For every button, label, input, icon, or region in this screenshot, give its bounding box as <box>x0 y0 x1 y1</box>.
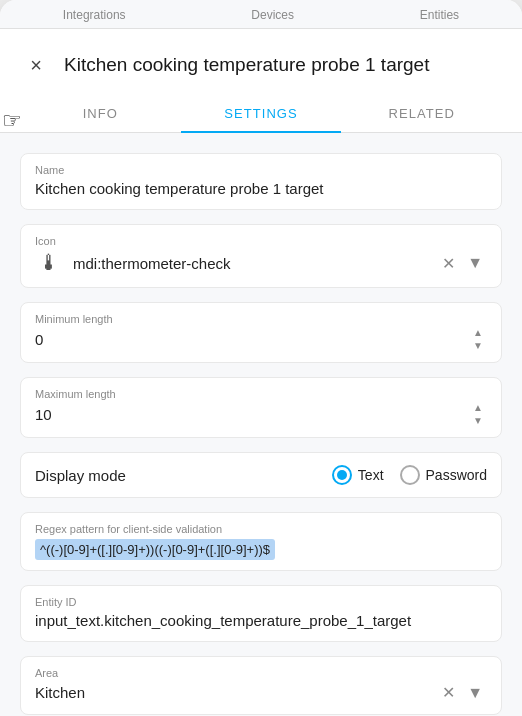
min-length-decrement[interactable]: ▼ <box>469 340 487 352</box>
entity-id-value: input_text.kitchen_cooking_temperature_p… <box>35 610 487 631</box>
min-length-row: 0 ▲ ▼ <box>35 327 487 352</box>
max-length-decrement[interactable]: ▼ <box>469 415 487 427</box>
area-row: Kitchen ✕ ▼ <box>35 681 487 704</box>
area-label: Area <box>35 667 487 679</box>
max-length-stepper: ▲ ▼ <box>469 402 487 427</box>
tab-settings[interactable]: SETTINGS <box>181 94 342 133</box>
tab-related[interactable]: RELATED <box>341 94 502 133</box>
icon-field[interactable]: Icon 🌡 mdi:thermometer-check ✕ ▼ <box>20 224 502 288</box>
min-length-label: Minimum length <box>35 313 487 325</box>
name-field[interactable]: Name Kitchen cooking temperature probe 1… <box>20 153 502 210</box>
radio-password-option[interactable]: Password <box>400 465 487 485</box>
min-length-increment[interactable]: ▲ <box>469 327 487 339</box>
max-length-label: Maximum length <box>35 388 487 400</box>
regex-label: Regex pattern for client-side validation <box>35 523 487 535</box>
min-length-stepper: ▲ ▼ <box>469 327 487 352</box>
icon-label: Icon <box>35 235 487 247</box>
max-length-field[interactable]: Maximum length 10 ▲ ▼ <box>20 377 502 438</box>
nav-integrations[interactable]: Integrations <box>53 6 136 24</box>
radio-text-circle[interactable] <box>332 465 352 485</box>
radio-password-circle[interactable] <box>400 465 420 485</box>
regex-value: ^((-)[0-9]+([.][0-9]+))((-)[0-9]+([.][0-… <box>35 539 275 560</box>
tab-info[interactable]: INFO <box>20 94 181 133</box>
max-length-row: 10 ▲ ▼ <box>35 402 487 427</box>
regex-field[interactable]: Regex pattern for client-side validation… <box>20 512 502 571</box>
area-actions: ✕ ▼ <box>438 681 487 704</box>
tabs: INFO SETTINGS RELATED <box>0 93 522 133</box>
clear-icon-button[interactable]: ✕ <box>438 252 459 275</box>
close-button[interactable]: × <box>20 49 52 81</box>
max-length-value: 10 <box>35 406 469 423</box>
radio-password-label: Password <box>426 467 487 483</box>
dropdown-area-button[interactable]: ▼ <box>463 682 487 704</box>
entity-id-field: Entity ID input_text.kitchen_cooking_tem… <box>20 585 502 642</box>
area-value: Kitchen <box>35 684 438 701</box>
display-mode-label: Display mode <box>35 467 316 484</box>
dropdown-icon-button[interactable]: ▼ <box>463 252 487 274</box>
min-length-field[interactable]: Minimum length 0 ▲ ▼ <box>20 302 502 363</box>
max-length-increment[interactable]: ▲ <box>469 402 487 414</box>
area-field[interactable]: Area Kitchen ✕ ▼ <box>20 656 502 715</box>
nav-entities[interactable]: Entities <box>410 6 469 24</box>
name-label: Name <box>35 164 487 176</box>
icon-actions: ✕ ▼ <box>438 252 487 275</box>
clear-area-button[interactable]: ✕ <box>438 681 459 704</box>
radio-text-label: Text <box>358 467 384 483</box>
dialog-header: × Kitchen cooking temperature probe 1 ta… <box>0 29 522 81</box>
icon-value: mdi:thermometer-check <box>73 253 428 274</box>
display-mode-row: Display mode Text Password <box>35 465 487 485</box>
thermometer-icon: 🌡 <box>35 249 63 277</box>
name-value: Kitchen cooking temperature probe 1 targ… <box>35 178 487 199</box>
dialog-content: Name Kitchen cooking temperature probe 1… <box>0 133 522 716</box>
min-length-value: 0 <box>35 331 469 348</box>
nav-devices[interactable]: Devices <box>241 6 304 24</box>
dialog: Integrations Devices Entities × Kitchen … <box>0 0 522 716</box>
radio-text-option[interactable]: Text <box>332 465 384 485</box>
entity-id-label: Entity ID <box>35 596 487 608</box>
top-nav: Integrations Devices Entities <box>0 0 522 29</box>
display-mode-section: Display mode Text Password <box>20 452 502 498</box>
dialog-title: Kitchen cooking temperature probe 1 targ… <box>64 54 502 76</box>
